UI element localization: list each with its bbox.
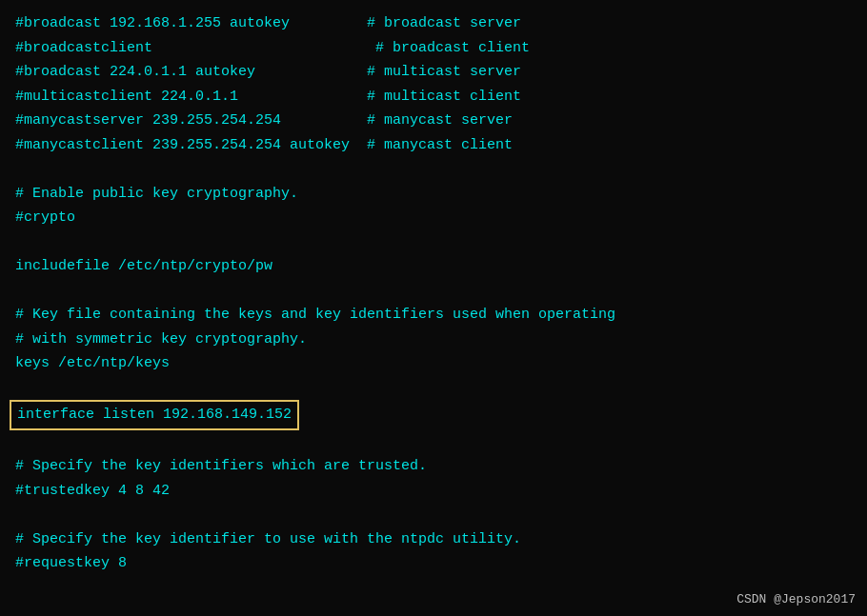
code-line-l10 xyxy=(15,230,852,255)
code-line-l17: interface listen 192.168.149.152 xyxy=(15,400,852,430)
code-line-l13: # Key file containing the keys and key i… xyxy=(15,303,852,328)
code-line-l22: # Specify the key identifier to use with… xyxy=(15,527,852,552)
code-line-l7 xyxy=(15,157,852,182)
code-line-l4: #multicastclient 224.0.1.1 # multicast c… xyxy=(15,85,852,109)
code-content: #broadcast 192.168.1.255 autokey # broad… xyxy=(15,11,852,576)
code-line-l8: # Enable public key cryptography. xyxy=(15,182,852,207)
code-line-l3: #broadcast 224.0.1.1 autokey # multicast… xyxy=(15,60,852,85)
code-line-l11: includefile /etc/ntp/crypto/pw xyxy=(15,254,852,279)
code-line-l20: #trustedkey 4 8 42 xyxy=(15,479,852,504)
code-line-l23: #requestkey 8 xyxy=(15,551,852,576)
code-line-l18 xyxy=(15,430,852,455)
code-line-l6: #manycastclient 239.255.254.254 autokey … xyxy=(15,133,852,158)
code-line-l21 xyxy=(15,503,852,527)
code-line-l12 xyxy=(15,279,852,304)
code-line-l2: #broadcastclient # broadcast client xyxy=(15,36,852,61)
watermark: CSDN @Jepson2017 xyxy=(736,592,856,606)
code-line-l9: #crypto xyxy=(15,206,852,230)
highlighted-code-line: interface listen 192.168.149.152 xyxy=(10,400,299,430)
code-line-l14: # with symmetric key cryptography. xyxy=(15,328,852,352)
code-line-l16 xyxy=(15,376,852,401)
code-line-l5: #manycastserver 239.255.254.254 # manyca… xyxy=(15,109,852,133)
code-line-l19: # Specify the key identifiers which are … xyxy=(15,454,852,479)
code-line-l15: keys /etc/ntp/keys xyxy=(15,351,852,376)
code-line-l1: #broadcast 192.168.1.255 autokey # broad… xyxy=(15,11,852,36)
